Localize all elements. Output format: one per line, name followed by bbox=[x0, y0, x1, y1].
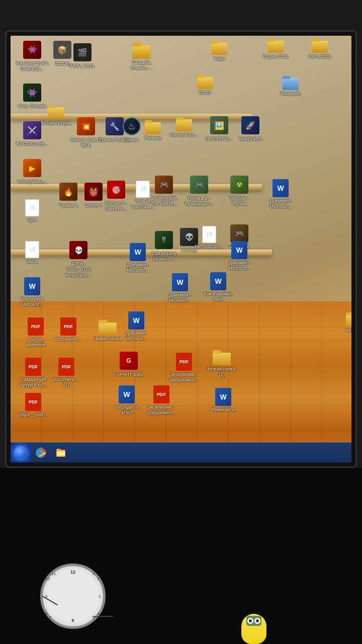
desktop-icon-doc-microsof-5[interactable]: W Документ Microsof... bbox=[119, 311, 154, 342]
file7783-icon: 📄 bbox=[202, 226, 216, 243]
word-icon-main: W bbox=[24, 277, 40, 295]
taskbar-explorer-button[interactable] bbox=[52, 444, 70, 462]
desktop-icon-wolfenstein[interactable]: 🎮 Wolfenstein The Old Bl... bbox=[146, 176, 182, 207]
desktop-icon-eksklyuziv-2[interactable]: PDF Эксклюзив... предложен... bbox=[144, 385, 179, 416]
clock-3: 3 bbox=[99, 594, 101, 599]
clock-1: 1 bbox=[93, 572, 95, 576]
desktop-icon-rekvizity[interactable]: W Реквизиты bbox=[206, 388, 241, 413]
clock-face: 12 1 2 3 4 5 6 7 8 9 10 11 bbox=[45, 569, 101, 624]
desktop-icon-falloutw[interactable]: ☢ falloutw - Ярлык bbox=[222, 176, 257, 207]
starcraft2-icon: 🚀 bbox=[241, 116, 259, 134]
monitor: 👾 Resident Evil 5 Gold Edit... 📦 ZipZag … bbox=[5, 30, 357, 468]
bluetooth-folder-icon bbox=[283, 76, 299, 90]
clock-11: 11 bbox=[51, 572, 56, 576]
interer-folder-icon bbox=[176, 117, 192, 131]
clock-4: 4 bbox=[98, 611, 100, 616]
clock-10: 10 bbox=[45, 577, 50, 581]
desktop-icon-novaya-papka-2[interactable]: Новая папка (2) bbox=[204, 350, 239, 378]
samdanchai-icon: PDF bbox=[25, 358, 41, 376]
desktop-icon-interer-kom[interactable]: interer-kom... bbox=[166, 117, 202, 138]
resident-evil-icon: 👾 bbox=[23, 41, 41, 59]
tetrad-izo-icon: W bbox=[119, 385, 135, 404]
desktop-icon-bluetooth[interactable]: Bluetooth bbox=[273, 76, 308, 97]
desktop-icon-doc-microsof-1[interactable]: W Документ Microsof... bbox=[263, 179, 298, 210]
lodka2015-folder-icon bbox=[267, 39, 284, 53]
0507-folder-icon bbox=[197, 75, 213, 89]
eksklyuziv2-icon: PDF bbox=[153, 385, 169, 404]
svg-rect-5 bbox=[57, 451, 65, 456]
desktop-icon-kak-ya-provel[interactable]: W Как я провёл лето bbox=[201, 272, 236, 303]
word-icon-4: W bbox=[172, 273, 188, 291]
start-button[interactable] bbox=[11, 443, 31, 463]
novaya-papka-2-icon bbox=[213, 350, 231, 365]
desktop-icon-document-1[interactable]: PDF document-... (1) bbox=[49, 358, 84, 388]
chrome-icon bbox=[35, 447, 46, 458]
desktop-icon-0507[interactable]: 05.07 bbox=[188, 75, 223, 96]
taskbar-chrome-button[interactable] bbox=[32, 444, 50, 462]
clock-7: 7 bbox=[49, 615, 51, 620]
ummy-icon: ▶ bbox=[23, 159, 41, 177]
minute-hand bbox=[93, 616, 113, 617]
rekvizity-icon: W bbox=[215, 388, 231, 406]
vibor-vremeni-icon: PDF bbox=[28, 317, 44, 336]
desktop-icon-yarlyki[interactable]: Ярлыки bbox=[135, 120, 170, 141]
word-icon-1: W bbox=[273, 179, 289, 197]
desktop-icon-pecha[interactable]: 📄 печа bbox=[15, 241, 50, 265]
desktop-icon-info[interactable]: Инфор bbox=[336, 312, 351, 333]
alien-shooter-icon: 👾 bbox=[23, 84, 41, 102]
desktop-icon-den[interactable]: 📄 ден bbox=[15, 199, 50, 223]
veshi-folder-icon bbox=[48, 105, 64, 119]
den-doc-icon: 📄 bbox=[25, 199, 39, 216]
svg-rect-4 bbox=[56, 449, 61, 451]
cod-icon: 🎖 bbox=[155, 231, 173, 249]
desktop-icon-mov0021[interactable]: 🎬 MOV_0021 bbox=[65, 43, 100, 69]
document-1-icon: PDF bbox=[58, 358, 74, 376]
desktop-icon-doc-microsof-main[interactable]: W Document Microsof... bbox=[15, 277, 50, 308]
word-icon-5: W bbox=[128, 311, 144, 330]
desktop-icon-lodka2015[interactable]: Лодка 2015 bbox=[258, 39, 293, 59]
minion-pupil-right bbox=[256, 619, 259, 622]
pecha-icon: 📄 bbox=[25, 241, 39, 258]
minion-pupil-left bbox=[249, 619, 252, 622]
desktop-icon-svadba[interactable]: Свадьба Ульяны ... bbox=[124, 43, 159, 71]
desktop-icon-tetrad-izo[interactable]: W Тетрадь по ИЗО bbox=[109, 385, 144, 416]
kody-folder-icon bbox=[211, 41, 227, 55]
petka3-icon: 🎮 bbox=[190, 176, 208, 194]
below-monitor: 12 1 2 3 4 5 6 7 8 9 10 11 bbox=[0, 468, 362, 644]
desktop-icon-ummy-video[interactable]: ▶ UmmyVideo... bbox=[15, 159, 50, 185]
taskbar bbox=[11, 442, 351, 462]
mov0021-icon: 🎬 bbox=[73, 43, 92, 61]
falloutw-icon: ☢ bbox=[230, 176, 248, 194]
hitman2-icon: 🎯 bbox=[107, 181, 125, 199]
desktop-icon-leto2015[interactable]: Лето 2015 bbox=[302, 39, 337, 59]
desktop-icon-document-pdf[interactable]: PDF document-... bbox=[51, 317, 86, 342]
document-pdf-icon: PDF bbox=[60, 317, 76, 336]
eksklyuziv1-icon: PDF bbox=[176, 353, 192, 371]
svg-point-2 bbox=[39, 451, 43, 454]
desktop-icon-kody[interactable]: Коды bbox=[202, 41, 237, 61]
desktop-icon-doc-microsof-4[interactable]: W Документ Microsof... bbox=[162, 273, 198, 304]
desktop-icon-doc-microsof-3[interactable]: W Документ Microsof... bbox=[222, 241, 257, 272]
clock-8: 8 bbox=[45, 611, 47, 616]
minion-eye-left bbox=[247, 618, 253, 624]
clock-2: 2 bbox=[98, 577, 100, 581]
yarlyki-folder-icon bbox=[145, 120, 161, 134]
desktop-icon-1632637[interactable]: 🖼️ 1632637-lo... bbox=[202, 116, 237, 142]
desktop-icon-samdanchai[interactable]: PDF Самданчай Артур 8 кл... bbox=[16, 358, 51, 388]
desktop-icon-petka3[interactable]: 🎮 Петька 3 - Возвращен... bbox=[182, 176, 217, 207]
minion-body bbox=[241, 614, 266, 644]
https-nod-icon: PDF bbox=[25, 393, 41, 411]
desktop-icon-doom-dsc[interactable]: 💀 Doom :DSC_0170 Resurrecti... bbox=[61, 241, 96, 278]
quake4-icon: 🔥 bbox=[59, 183, 77, 201]
desktop-icon-garant-azo[interactable]: G ГАРАНТ азро bbox=[111, 352, 146, 377]
analog-clock: 12 1 2 3 4 5 6 7 8 9 10 11 bbox=[40, 564, 106, 629]
desktop-icon-https-nod[interactable]: PDF https__nod... bbox=[16, 393, 51, 418]
desktop-icon-vibor-vremeni[interactable]: PDF Выбор времени bbox=[18, 317, 53, 348]
word-icon-2: W bbox=[130, 243, 146, 261]
garant-icon: G bbox=[120, 352, 138, 370]
screen: 👾 Resident Evil 5 Gold Edit... 📦 ZipZag … bbox=[11, 36, 351, 462]
word-icon-3: W bbox=[231, 241, 247, 259]
svadba-folder-icon bbox=[132, 43, 150, 59]
desktop-icon-starcraft2[interactable]: 🚀 StarCraft II bbox=[233, 116, 268, 142]
desktop-icon-eksklyuziv-1[interactable]: PDF Эксклюзив... предложен... bbox=[166, 353, 202, 383]
